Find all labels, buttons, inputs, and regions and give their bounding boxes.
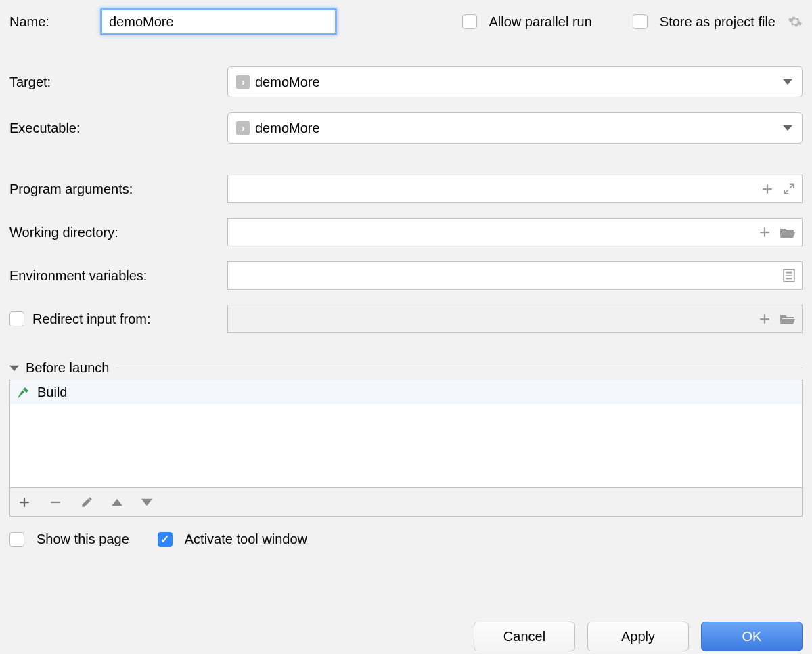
before-launch-task-list[interactable]: Build: [9, 380, 803, 488]
before-launch-title: Before launch: [26, 360, 109, 376]
edit-task-icon[interactable]: [81, 496, 93, 508]
executable-label: Executable:: [9, 121, 219, 136]
chevron-down-icon: [9, 364, 19, 373]
remove-task-icon[interactable]: [49, 496, 62, 508]
task-row[interactable]: Build: [10, 380, 802, 404]
environment-variables-label: Environment variables:: [9, 268, 219, 284]
gear-icon[interactable]: [788, 14, 803, 29]
executable-icon: ›: [236, 121, 250, 135]
name-label: Name:: [9, 14, 92, 30]
environment-variables-input[interactable]: [227, 261, 803, 290]
redirect-input-field: [227, 305, 803, 333]
hammer-icon: [17, 386, 30, 399]
executable-value: demoMore: [255, 121, 320, 136]
target-dropdown[interactable]: › demoMore: [227, 66, 803, 97]
show-this-page-checkbox[interactable]: [9, 532, 24, 547]
move-up-icon[interactable]: [112, 498, 122, 506]
redirect-input-label: Redirect input from:: [32, 311, 151, 327]
executable-dropdown[interactable]: › demoMore: [227, 112, 803, 144]
target-label: Target:: [9, 74, 219, 90]
redirect-input-checkbox[interactable]: [9, 311, 24, 326]
program-arguments-input[interactable]: [227, 175, 803, 203]
target-value: demoMore: [255, 74, 320, 90]
program-arguments-label: Program arguments:: [9, 181, 219, 197]
allow-parallel-label: Allow parallel run: [489, 14, 592, 30]
divider: [116, 368, 803, 368]
expand-icon[interactable]: [783, 183, 795, 195]
chevron-down-icon: [783, 77, 792, 87]
folder-icon: [780, 313, 795, 325]
plus-icon: [759, 313, 771, 325]
add-task-icon[interactable]: [18, 496, 30, 508]
plus-icon[interactable]: [761, 183, 773, 195]
show-this-page-label: Show this page: [37, 531, 129, 547]
folder-icon[interactable]: [780, 226, 795, 238]
task-label: Build: [37, 385, 67, 400]
apply-button[interactable]: Apply: [587, 622, 689, 651]
store-project-file-checkbox[interactable]: [633, 14, 648, 29]
target-icon: ›: [236, 75, 250, 89]
ok-button[interactable]: OK: [701, 622, 803, 651]
allow-parallel-checkbox[interactable]: [462, 14, 477, 29]
list-icon[interactable]: [783, 269, 795, 282]
activate-tool-window-label: Activate tool window: [185, 531, 307, 547]
working-directory-input[interactable]: [227, 218, 803, 246]
task-toolbar: [9, 488, 803, 517]
cancel-button[interactable]: Cancel: [474, 622, 575, 651]
name-input[interactable]: [100, 8, 337, 35]
working-directory-label: Working directory:: [9, 225, 219, 240]
before-launch-header[interactable]: Before launch: [9, 360, 803, 376]
activate-tool-window-checkbox[interactable]: [158, 532, 173, 547]
chevron-down-icon: [783, 123, 792, 133]
move-down-icon[interactable]: [141, 498, 152, 506]
store-project-file-label: Store as project file: [660, 14, 775, 30]
plus-icon[interactable]: [759, 226, 771, 238]
